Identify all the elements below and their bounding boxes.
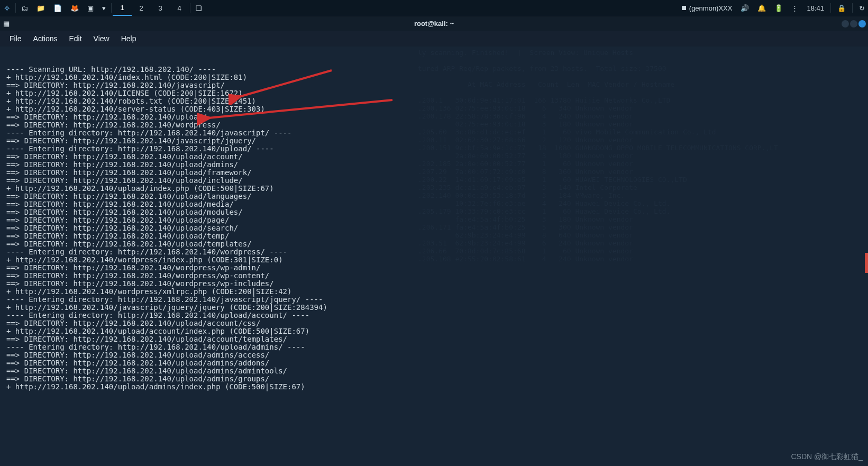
workspace-label: 3 [158, 4, 162, 12]
terminal-line: + http://192.168.202.140/javascript/jque… [6, 304, 862, 312]
terminal-line: ==> DIRECTORY: http://192.168.202.140/up… [6, 351, 862, 359]
power-button[interactable]: ↻ [856, 0, 868, 16]
taskbar: ⟡ 🗂 📁 📄 🦊 ▣ ▾ 1 2 3 4 ❏ (genmon)XXX 🔊 🔔 … [0, 0, 868, 16]
taskbar-left: ⟡ 🗂 📁 📄 🦊 ▣ ▾ 1 2 3 4 ❏ [0, 0, 206, 16]
menu-label: File [10, 34, 22, 43]
lock-button[interactable]: 🔒 [834, 0, 849, 16]
minimize-button[interactable] [842, 20, 849, 28]
genmon-square-icon [682, 6, 686, 10]
terminal-line: + http://192.168.202.140/wordpress/xmlrp… [6, 288, 862, 296]
terminal-line: ---- Entering directory: http://192.168.… [6, 343, 862, 351]
genmon-indicator[interactable]: (genmon)XXX [679, 0, 736, 16]
terminal-line: ---- Entering directory: http://192.168.… [6, 296, 862, 304]
workspace-1[interactable]: 1 [113, 0, 132, 16]
clock-label: 18:41 [807, 4, 824, 12]
menu-help[interactable]: Help [116, 33, 142, 44]
terminal-icon: ▣ [87, 4, 94, 12]
battery-icon: 🔋 [774, 4, 783, 12]
bell-icon: 🔔 [757, 4, 766, 12]
window-controls [842, 20, 868, 28]
taskbar-separator [111, 3, 112, 13]
new-tab-icon[interactable]: ▦ [3, 20, 10, 28]
launcher-menu-chevron[interactable]: ▾ [98, 0, 110, 16]
terminal-line: ==> DIRECTORY: http://192.168.202.140/up… [6, 319, 862, 327]
doc-icon: 📄 [53, 4, 62, 12]
menu-view[interactable]: View [88, 33, 115, 44]
terminal-line: ==> DIRECTORY: http://192.168.202.140/up… [6, 359, 862, 367]
notifications-indicator[interactable]: 🔔 [754, 0, 769, 16]
menu-label: View [94, 34, 109, 43]
kali-glyph: ⟡ [4, 3, 10, 13]
workspace-3[interactable]: 3 [151, 0, 170, 16]
taskbar-separator [830, 3, 831, 13]
close-button[interactable] [858, 20, 866, 28]
menu-label: Actions [33, 34, 58, 43]
screens-icon: ❏ [196, 4, 202, 12]
firefox-launcher[interactable]: 🦊 [66, 0, 83, 16]
power-icon: ↻ [859, 4, 865, 12]
menu-actions[interactable]: Actions [28, 33, 63, 44]
lock-icon: 🔒 [837, 4, 846, 12]
firefox-icon: 🦊 [70, 4, 79, 12]
kali-menu-icon[interactable]: ⟡ [0, 0, 14, 16]
terminal-line: + http://192.168.202.140/upload/admins/i… [6, 383, 862, 391]
titlebar-left: ▦ [0, 20, 13, 28]
taskbar-separator [15, 3, 16, 13]
ghost-text: ly scanning. Finished! | Screen View: Un… [418, 49, 778, 263]
genmon-label: (genmon)XXX [689, 4, 733, 12]
workspace-label: 1 [120, 4, 124, 12]
terminal-line: ==> DIRECTORY: http://192.168.202.140/up… [6, 375, 862, 383]
files-icon: 🗂 [21, 4, 28, 12]
terminal-launcher[interactable]: ▣ [83, 0, 98, 16]
terminal-line: ==> DIRECTORY: http://192.168.202.140/wo… [6, 280, 862, 288]
window-titlebar[interactable]: ▦ root@kali: ~ [0, 16, 868, 31]
more-indicator[interactable]: ⋮ [788, 0, 801, 16]
terminal-line: ==> DIRECTORY: http://192.168.202.140/wo… [6, 272, 862, 280]
screens-switcher[interactable]: ❏ [191, 0, 206, 16]
folder-launcher[interactable]: 📁 [32, 0, 49, 16]
menu-label: Edit [69, 34, 81, 43]
chevron-down-icon: ▾ [102, 4, 106, 12]
taskbar-right: (genmon)XXX 🔊 🔔 🔋 ⋮ 18:41 🔒 ↻ [679, 0, 868, 16]
battery-indicator[interactable]: 🔋 [771, 0, 786, 16]
terminal-line: + http://192.168.202.140/upload/account/… [6, 327, 862, 335]
workspace-label: 2 [139, 4, 143, 12]
terminal-line: ==> DIRECTORY: http://192.168.202.140/up… [6, 367, 862, 375]
workspace-label: 4 [177, 4, 181, 12]
scrollbar-thumb[interactable] [865, 253, 868, 273]
background-terminal-ghost: ly scanning. Finished! | Screen View: Un… [418, 49, 778, 263]
menu-label: Help [121, 34, 136, 43]
terminal-line: ==> DIRECTORY: http://192.168.202.140/up… [6, 335, 862, 343]
menu-edit[interactable]: Edit [63, 33, 87, 44]
files-launcher[interactable]: 🗂 [17, 0, 32, 16]
maximize-button[interactable] [850, 20, 857, 28]
window-title: root@kali: ~ [414, 20, 454, 28]
workspace-2[interactable]: 2 [132, 0, 151, 16]
volume-indicator[interactable]: 🔊 [737, 0, 752, 16]
editor-launcher[interactable]: 📄 [49, 0, 66, 16]
menu-file[interactable]: File [4, 33, 27, 44]
taskbar-separator [852, 3, 853, 13]
taskbar-separator [190, 3, 190, 13]
terminal-menubar: File Actions Edit View Help [0, 31, 868, 47]
more-icon: ⋮ [791, 4, 798, 12]
clock[interactable]: 18:41 [803, 0, 827, 16]
volume-icon: 🔊 [741, 4, 749, 12]
terminal-line: ---- Entering directory: http://192.168.… [6, 312, 862, 319]
workspace-4[interactable]: 4 [170, 0, 189, 16]
terminal-line: ==> DIRECTORY: http://192.168.202.140/wo… [6, 264, 862, 272]
csdn-watermark: CSDN @御七彩虹猫_ [791, 452, 863, 462]
folder-icon: 📁 [36, 4, 45, 12]
